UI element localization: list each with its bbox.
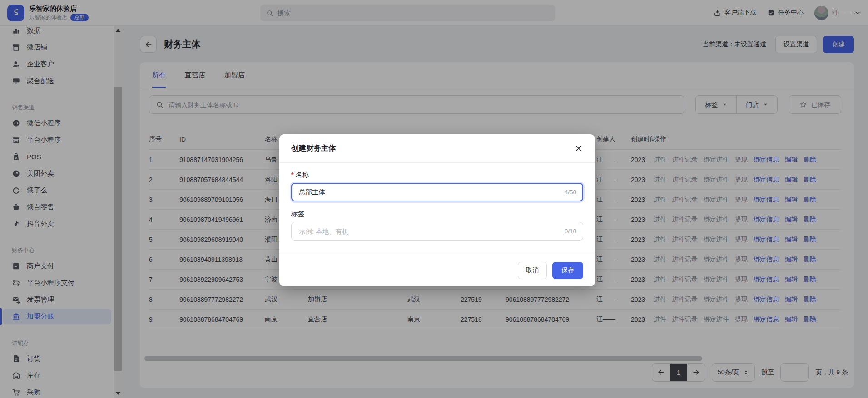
name-char-counter: 4/50 [565,189,576,196]
app-window: 乐智家的体验店 乐智家的体验店 总部 搜索 客户端下载 任务中心 汪—— [0,0,868,398]
tag-char-counter: 0/10 [565,228,576,235]
modal-title: 创建财务主体 [291,143,336,153]
name-input[interactable] [298,188,560,197]
create-entity-modal: 创建财务主体 名称 4/50 标签 0/10 取消 保存 [279,134,595,286]
cancel-button[interactable]: 取消 [518,262,547,279]
save-button[interactable]: 保存 [552,262,583,279]
close-icon[interactable] [574,144,583,153]
tag-field-label: 标签 [291,210,583,218]
name-field-label: 名称 [291,171,583,179]
tag-input[interactable] [298,227,560,236]
tag-field: 0/10 [291,222,583,241]
name-field: 4/50 [291,183,583,201]
